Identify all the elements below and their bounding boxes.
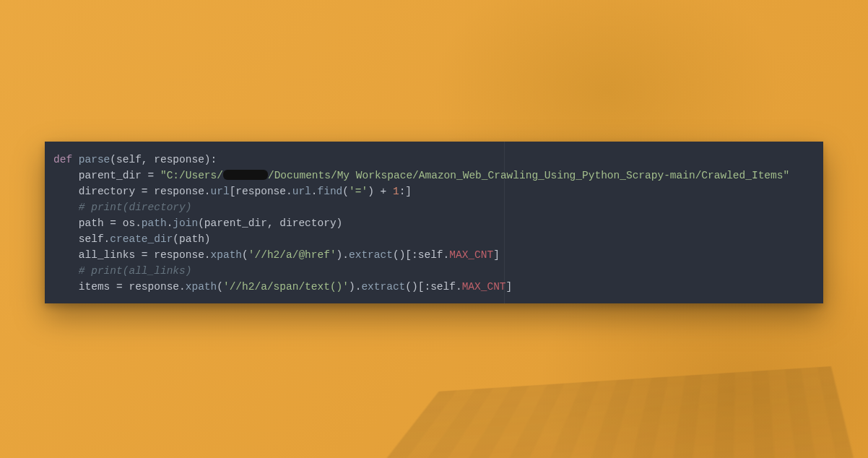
keyword-def: def: [53, 154, 72, 165]
var-items: items: [79, 281, 110, 293]
comment-print-directory: # print(directory): [79, 202, 192, 213]
string-path-b: /Documents/My Workspace/Amazon_Web_Crawl…: [268, 170, 789, 181]
var-directory: directory: [79, 186, 135, 197]
var-parent-dir: parent_dir: [79, 170, 142, 181]
redacted-username: [223, 170, 268, 180]
const-max-cnt: MAX_CNT: [449, 249, 493, 261]
comment-print-all-links: # print(all_links): [79, 265, 192, 277]
code-snippet-card: def parse(self, response): parent_dir = …: [45, 142, 823, 303]
const-max-cnt: MAX_CNT: [462, 281, 506, 293]
function-name: parse: [79, 154, 110, 165]
var-path: path: [79, 217, 104, 229]
string-path-a: "C:/Users/: [160, 170, 223, 181]
var-all-links: all_links: [79, 249, 135, 261]
params: (self, response):: [110, 154, 217, 165]
code-block: def parse(self, response): parent_dir = …: [53, 152, 815, 295]
